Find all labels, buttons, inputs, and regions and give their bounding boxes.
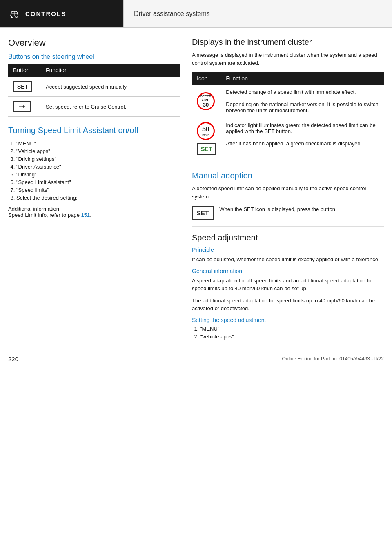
turning-speed-title: Turning Speed Limit Assistant on/off bbox=[8, 125, 180, 136]
section-divider bbox=[192, 226, 384, 227]
principle-text: It can be adjusted, whether the speed li… bbox=[192, 256, 384, 264]
col-function: Function bbox=[41, 64, 180, 77]
col-button: Button bbox=[8, 64, 41, 77]
icon-table: Icon Function SPEEDLIMIT 30 Detected cha… bbox=[192, 72, 384, 159]
list-item: "Speed Limit Assistant" bbox=[16, 179, 180, 185]
minus-plus-icon: −+ bbox=[13, 101, 31, 112]
left-column: Overview Buttons on the steering wheel B… bbox=[8, 38, 180, 341]
table-row: −+ Set speed, refer to Cruise Control. bbox=[8, 97, 180, 117]
function-cell: Detected change of a speed limit with im… bbox=[221, 85, 384, 118]
page-footer: 220 Online Edition for Part no. 01405A54… bbox=[0, 351, 392, 367]
overview-title: Overview bbox=[8, 38, 180, 48]
set-green-icon: SET bbox=[197, 143, 216, 155]
set-box-row: SET When the SET icon is displayed, pres… bbox=[192, 205, 384, 220]
icon-cell: SPEEDLIMIT 30 bbox=[192, 85, 221, 118]
principle-subtitle: Principle bbox=[192, 247, 384, 253]
icon-table-header-row: Icon Function bbox=[192, 72, 384, 85]
table-header-row: Button Function bbox=[8, 64, 180, 77]
general-info-text1: A speed adaptation for all speed limits … bbox=[192, 277, 384, 293]
list-item: Select the desired setting: bbox=[16, 195, 180, 201]
list-item: "Driver Assistance" bbox=[16, 164, 180, 170]
svg-point-0 bbox=[11, 16, 13, 18]
table-row: SPEEDLIMIT 30 Detected change of a speed… bbox=[192, 85, 384, 118]
section-header: Driver assistance systems bbox=[123, 0, 392, 27]
list-item: "Vehicle apps" bbox=[200, 334, 384, 340]
manual-adoption-desc: When the SET icon is displayed, press th… bbox=[219, 205, 336, 214]
set-button-icon: SET bbox=[13, 81, 32, 92]
section-divider bbox=[192, 166, 384, 166]
manual-adoption-title: Manual adoption bbox=[192, 171, 384, 180]
controls-label: CONTROLS bbox=[25, 10, 66, 17]
page-number: 220 bbox=[8, 356, 18, 363]
section-title: Driver assistance systems bbox=[134, 10, 210, 18]
speed-adjustment-section: Speed adjustment Principle It can be adj… bbox=[192, 233, 384, 340]
controls-section: CONTROLS bbox=[0, 0, 123, 27]
col-icon: Icon bbox=[192, 72, 221, 85]
displays-intro: A message is displayed in the instrument… bbox=[192, 51, 384, 67]
right-column: Displays in the instrument cluster A mes… bbox=[192, 38, 384, 341]
additional-info-label: Additional information: bbox=[8, 206, 61, 212]
function-cell: Accept suggested speed manually. bbox=[41, 77, 180, 97]
displays-title: Displays in the instrument cluster bbox=[192, 38, 384, 47]
additional-info: Additional information: Speed Limit Info… bbox=[8, 206, 180, 218]
general-info-text2: The additional speed adaptation for spee… bbox=[192, 297, 384, 313]
speed-limit-30-icon: SPEEDLIMIT 30 bbox=[197, 92, 215, 110]
col-function: Function bbox=[221, 72, 384, 85]
speed-limit-50-icon: 50km/h bbox=[197, 122, 215, 140]
page-ref-number: 151 bbox=[81, 212, 90, 218]
list-item: "MENU" bbox=[16, 140, 180, 147]
table-row: 50km/h SET Indicator light illuminates g… bbox=[192, 118, 384, 159]
speed-adjustment-title: Speed adjustment bbox=[192, 233, 384, 242]
page-header: CONTROLS Driver assistance systems bbox=[0, 0, 392, 28]
list-item: "Driving settings" bbox=[16, 156, 180, 162]
function-cell: Indicator light illuminates green: the d… bbox=[221, 118, 384, 159]
setting-speed-list: "MENU" "Vehicle apps" bbox=[192, 326, 384, 340]
steps-list: "MENU" "Vehicle apps" "Driving settings"… bbox=[8, 140, 180, 201]
function-cell: Set speed, refer to Cruise Control. bbox=[41, 97, 180, 117]
list-item: "Vehicle apps" bbox=[16, 148, 180, 154]
manual-adoption-intro: A detected speed limit can be applied ma… bbox=[192, 185, 384, 200]
list-item: "Speed limits" bbox=[16, 187, 180, 193]
set-box-icon: SET bbox=[192, 206, 214, 220]
list-item: "Driving" bbox=[16, 171, 180, 178]
footer-text: Online Edition for Part no. 01405A54493 … bbox=[282, 356, 384, 362]
main-content: Overview Buttons on the steering wheel B… bbox=[0, 28, 392, 351]
buttons-subtitle: Buttons on the steering wheel bbox=[8, 53, 180, 60]
general-info-subtitle: General information bbox=[192, 268, 384, 274]
list-item: "MENU" bbox=[200, 326, 384, 332]
button-cell: SET bbox=[8, 77, 41, 97]
page-ref-text: Speed Limit Info, refer to page bbox=[8, 212, 81, 218]
buttons-table: Button Function SET Accept suggested spe… bbox=[8, 64, 180, 117]
icon-cell: 50km/h SET bbox=[192, 118, 221, 159]
car-icon bbox=[8, 8, 20, 20]
setting-speed-title: Setting the speed adjustment bbox=[192, 317, 384, 323]
svg-point-1 bbox=[16, 16, 17, 18]
table-row: SET Accept suggested speed manually. bbox=[8, 77, 180, 97]
button-cell: −+ bbox=[8, 97, 41, 117]
